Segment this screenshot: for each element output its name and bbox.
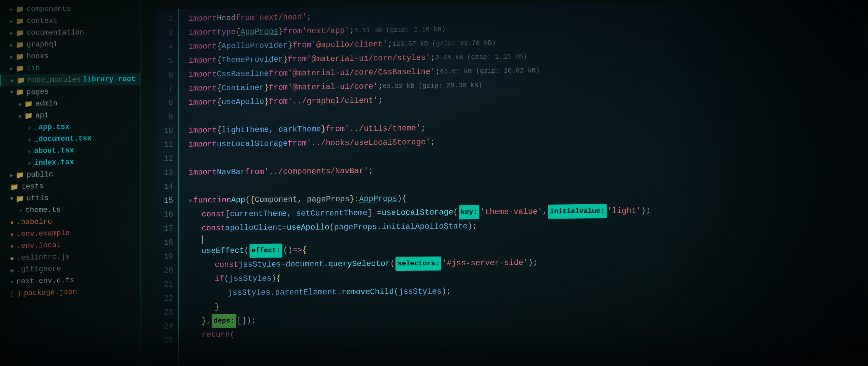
token-brace: } <box>278 24 283 39</box>
token-string: '@apollo/client' <box>312 37 388 52</box>
sidebar-item-api[interactable]: ▶ 📁 api <box>0 108 141 122</box>
code-content: import Head from 'next/head' ; import ty… <box>179 0 868 366</box>
token-function: useApollo <box>287 221 330 235</box>
token-function: removeChild <box>341 285 394 299</box>
cursor <box>202 236 203 244</box>
token-param: Component, pageProps <box>255 192 350 207</box>
line-number: 7 <box>156 82 173 96</box>
token-punct: ; <box>350 24 354 38</box>
token-punct: = <box>281 258 285 271</box>
scrollbar-thumb[interactable] <box>865 20 868 47</box>
sidebar-item-pages[interactable]: ▼ 📁 pages <box>0 85 141 98</box>
code-editor: 2 3 4 5 6 7 8 9 10 11 12 13 14 15 16 17 … <box>156 0 868 366</box>
token-brace: { <box>217 123 221 137</box>
sidebar-item-admin[interactable]: ▶ 📁 admin <box>0 97 141 110</box>
sidebar-item-lib[interactable]: ▶ 📁 lib <box>0 62 141 75</box>
token-type-name: AppProps <box>240 25 278 39</box>
sidebar-item-graphql[interactable]: ▶ 📁 graphql <box>0 38 141 51</box>
folder-icon: 📁 <box>16 5 24 14</box>
token-punct: ) <box>397 192 402 206</box>
fn-indicator: ⊖ <box>189 194 192 207</box>
token-punct: ); <box>441 285 451 299</box>
param-badge-key: key: <box>459 205 479 219</box>
folder-icon: 📁 <box>16 17 24 25</box>
sidebar-item-label: components <box>26 5 71 13</box>
file-explorer-sidebar: ▶ 📁 components ▶ 📁 context ▶ 📁 documenta… <box>0 0 141 366</box>
token-from: from <box>326 122 345 136</box>
sidebar-item-label: .eslintrc.js <box>17 252 70 262</box>
token-punct: , <box>542 205 547 219</box>
token-keyword: import <box>189 123 217 138</box>
sidebar-item-node-modules[interactable]: ▶ 📁 node_modules library root <box>0 73 141 86</box>
file-icon: ⚛ <box>28 159 32 167</box>
token-from: from <box>269 95 288 109</box>
token-string: 'theme-value' <box>480 205 542 219</box>
line-number: 23 <box>156 306 173 320</box>
sidebar-item-app-tsx[interactable]: ⚛ _app.tsx <box>0 120 141 134</box>
sidebar-item-label: documentation <box>26 28 84 37</box>
token-comment: 63.32 kB (gzip: 20.38 kB) <box>383 78 482 94</box>
sidebar-item-label: index.tsx <box>34 158 74 167</box>
token-keyword: return <box>202 328 230 342</box>
arrow-icon: ▶ <box>10 6 14 13</box>
line-number: 6 <box>156 68 173 82</box>
folder-icon: 📁 <box>15 195 24 203</box>
token-keyword: const <box>202 221 225 236</box>
scrollbar-track[interactable] <box>865 0 868 366</box>
line-number: 15 <box>156 194 173 208</box>
token-string: '../hooks/useLocalStorage' <box>307 135 431 150</box>
file-icon: { } <box>10 290 21 297</box>
token-punct: () <box>283 243 293 258</box>
token-punct: ] = <box>368 206 382 220</box>
sidebar-item-label: api <box>35 111 48 120</box>
indent <box>189 265 215 265</box>
sidebar-item-documentation[interactable]: ▶ 📁 documentation <box>0 26 141 39</box>
file-icon: ▪ <box>19 207 23 214</box>
file-icon: ⚛ <box>28 147 32 155</box>
token-function-name: App <box>231 193 245 207</box>
token-from: from <box>269 81 288 95</box>
token-punct: ) <box>272 271 276 285</box>
token-keyword: function <box>193 193 231 207</box>
sidebar-item-label: pages <box>26 88 49 97</box>
line-number: 9 <box>156 110 173 124</box>
line-number: 18 <box>156 236 173 250</box>
file-icon: ⚛ <box>28 124 32 131</box>
token-punct: ; <box>435 65 440 79</box>
token-identifier: currentTheme, setCurrentTheme <box>230 206 367 221</box>
file-icon: ▪ <box>10 278 14 285</box>
token-punct: ; <box>378 94 383 108</box>
token-punct: ; <box>388 37 392 52</box>
token-punct: ; <box>369 164 373 178</box>
line-number: 13 <box>156 166 173 180</box>
token-punct: ); <box>641 204 651 218</box>
sidebar-item-hooks[interactable]: ▶ 📁 hooks <box>0 50 141 63</box>
sidebar-item-components[interactable]: ▶ 📁 components <box>0 3 141 15</box>
arrow-icon: ▶ <box>10 41 14 48</box>
token-punct: ( <box>394 285 399 299</box>
arrow-icon: ▶ <box>10 65 14 72</box>
token-keyword: import <box>189 81 217 96</box>
file-icon: ⚛ <box>28 136 32 143</box>
token-from: from <box>293 38 312 53</box>
token-punct: . <box>270 286 275 300</box>
folder-icon: 📁 <box>16 171 24 179</box>
token-from: from <box>245 165 264 179</box>
line-number: 10 <box>156 124 173 138</box>
param-badge-effect: effect: <box>250 244 282 258</box>
token-punct: . <box>377 220 382 234</box>
token-string: '@material-ui/core/styles' <box>307 51 431 66</box>
token-brace: } <box>202 314 206 328</box>
line-number: 16 <box>156 208 173 222</box>
token-identifier: useApollo <box>221 95 264 109</box>
line-number: 4 <box>156 40 173 54</box>
token-punct: ; <box>430 51 435 65</box>
token-punct: ; <box>430 135 435 149</box>
token-string: '@material-ui/core/CssBaseline' <box>288 65 435 81</box>
folder-icon: 📁 <box>16 41 24 49</box>
file-icon: ● <box>10 243 14 250</box>
token-type: AppProps <box>359 192 397 206</box>
folder-icon: 📁 <box>15 88 24 96</box>
token-punct: : <box>354 192 359 206</box>
sidebar-item-context[interactable]: ▶ 📁 context <box>0 15 141 27</box>
